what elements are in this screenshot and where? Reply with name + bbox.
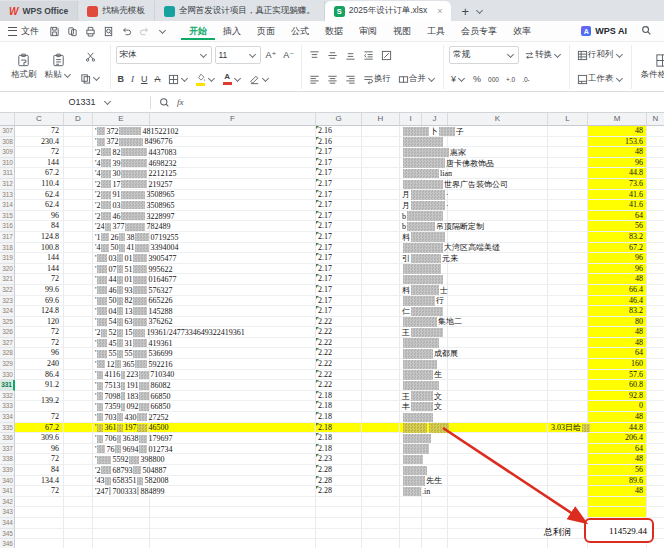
cell[interactable] <box>448 518 548 529</box>
cell[interactable] <box>422 539 448 548</box>
cell[interactable] <box>647 370 664 381</box>
cell[interactable] <box>548 285 588 296</box>
cell[interactable]: 73.6 <box>588 179 647 190</box>
row-header[interactable]: 325 <box>0 317 15 328</box>
cell[interactable] <box>93 486 150 497</box>
cell[interactable]: 96 <box>15 211 64 222</box>
cell[interactable] <box>150 539 316 548</box>
cell[interactable] <box>362 529 400 540</box>
cell[interactable] <box>150 168 316 179</box>
cell[interactable] <box>422 158 448 169</box>
cell[interactable] <box>93 211 150 222</box>
cell[interactable] <box>64 327 93 338</box>
cell[interactable]: 2.17 <box>316 221 362 232</box>
row-header[interactable]: 309 <box>0 147 15 158</box>
cell[interactable] <box>362 391 400 402</box>
cell[interactable] <box>422 401 448 412</box>
cell[interactable] <box>64 306 93 317</box>
cell[interactable] <box>64 253 93 264</box>
cell[interactable]: 309.6 <box>15 433 64 444</box>
cell[interactable] <box>400 412 422 423</box>
cell[interactable] <box>647 168 664 179</box>
row-header[interactable]: 315 <box>0 211 15 222</box>
cell[interactable]: 2.16 <box>316 126 362 137</box>
cell[interactable] <box>93 433 150 444</box>
cell[interactable] <box>362 147 400 158</box>
cell[interactable] <box>400 486 422 497</box>
cell[interactable]: 2.17 <box>316 306 362 317</box>
cell[interactable]: 134.4 <box>15 476 64 487</box>
rows-columns-button[interactable]: 行和列 <box>575 48 626 62</box>
cell[interactable] <box>422 126 448 137</box>
cell[interactable]: 83.2 <box>588 232 647 243</box>
row-header[interactable]: 338 <box>0 454 15 465</box>
cell[interactable] <box>400 211 422 222</box>
cell[interactable] <box>400 529 422 540</box>
cell[interactable]: 62.4 <box>15 190 64 201</box>
cell[interactable] <box>647 348 664 359</box>
cell[interactable] <box>64 338 93 349</box>
cell[interactable] <box>400 190 422 201</box>
cell[interactable] <box>150 518 316 529</box>
cell[interactable] <box>93 158 150 169</box>
cell[interactable] <box>400 539 422 548</box>
cell[interactable] <box>362 137 400 148</box>
cell[interactable] <box>150 454 316 465</box>
cell[interactable] <box>647 497 664 508</box>
cell[interactable] <box>150 200 316 211</box>
cell[interactable] <box>548 253 588 264</box>
cell[interactable]: 86.4 <box>15 370 64 381</box>
cell[interactable] <box>93 168 150 179</box>
cell[interactable] <box>448 137 548 148</box>
cell[interactable] <box>448 327 548 338</box>
cell[interactable]: 110.4 <box>15 179 64 190</box>
cell[interactable] <box>548 243 588 254</box>
cell[interactable] <box>362 168 400 179</box>
cell[interactable] <box>647 454 664 465</box>
cell[interactable] <box>150 126 316 137</box>
cell[interactable] <box>448 274 548 285</box>
window-tab-red[interactable]: 找稿壳模板 <box>78 1 155 21</box>
cell[interactable] <box>647 232 664 243</box>
cell[interactable]: 2.23 <box>316 454 362 465</box>
cell[interactable] <box>362 211 400 222</box>
cell[interactable]: 2.16 <box>316 137 362 148</box>
cell[interactable]: 2.18 <box>316 391 362 402</box>
column-header-I[interactable]: I <box>400 113 422 126</box>
cell[interactable] <box>400 391 422 402</box>
cell[interactable]: 48 <box>588 126 647 137</box>
cell[interactable] <box>362 486 400 497</box>
save-icon[interactable] <box>49 26 60 37</box>
column-header-J[interactable]: J <box>422 113 448 126</box>
menu-item-开始[interactable]: 开始 <box>181 22 215 40</box>
cell[interactable] <box>150 190 316 201</box>
cell[interactable] <box>93 264 150 275</box>
cell[interactable]: 2.17 <box>316 253 362 264</box>
cell[interactable] <box>150 497 316 508</box>
row-header[interactable]: 318 <box>0 243 15 254</box>
cell[interactable]: 144 <box>15 158 64 169</box>
cell[interactable] <box>448 158 548 169</box>
cell[interactable] <box>64 380 93 391</box>
window-tab-teal[interactable]: 全网首发设计项目，真正实现躺赚。 <box>155 1 325 21</box>
cell[interactable] <box>362 158 400 169</box>
cell[interactable]: 72 <box>15 486 64 497</box>
cell[interactable] <box>93 539 150 548</box>
cell[interactable] <box>64 433 93 444</box>
cell[interactable] <box>64 401 93 412</box>
cell[interactable] <box>448 126 548 137</box>
row-header[interactable]: 337 <box>0 444 15 455</box>
tab-list-caret-icon[interactable] <box>476 7 483 14</box>
cell[interactable] <box>64 348 93 359</box>
cell[interactable]: 64 <box>588 444 647 455</box>
cell[interactable] <box>400 137 422 148</box>
cell[interactable]: 144 <box>15 264 64 275</box>
cell[interactable] <box>548 200 588 211</box>
cell[interactable] <box>93 243 150 254</box>
decrease-font-button[interactable]: A⁻ <box>281 49 296 61</box>
cell[interactable] <box>422 338 448 349</box>
row-header[interactable]: 326 <box>0 327 15 338</box>
cell[interactable] <box>422 518 448 529</box>
cell[interactable] <box>548 317 588 328</box>
cell[interactable] <box>647 401 664 412</box>
